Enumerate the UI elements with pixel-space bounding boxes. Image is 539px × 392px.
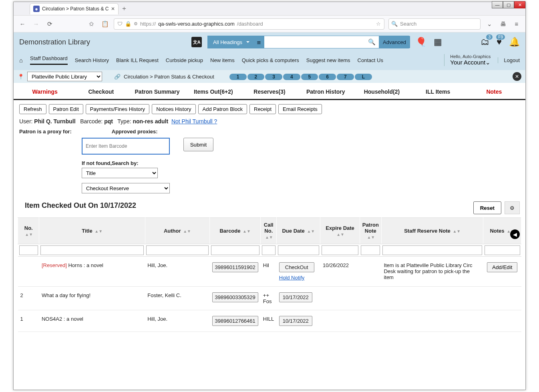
balloon-icon[interactable]: 🎈: [416, 37, 426, 47]
filter-author[interactable]: [146, 245, 208, 255]
email-receipts-button[interactable]: Email Receipts: [278, 104, 322, 114]
new-tab-button[interactable]: ＋: [121, 4, 127, 13]
item-barcode[interactable]: 39896012766461: [212, 316, 258, 326]
filter-patron-note[interactable]: [361, 245, 380, 255]
hold-notify-link[interactable]: Hold Notify: [279, 275, 318, 281]
reload-button[interactable]: ⟳: [45, 19, 54, 29]
nav-curbside[interactable]: Curbside pickup: [166, 57, 203, 63]
notices-history-button[interactable]: Notices History: [152, 104, 195, 114]
tab-close-icon[interactable]: ✕: [111, 6, 115, 12]
subtab-patron-summary[interactable]: Patron Summary: [130, 86, 184, 97]
subtab-patron-history[interactable]: Patron History: [298, 86, 353, 97]
forward-button[interactable]: →: [31, 19, 41, 29]
session-pill-7[interactable]: 7: [337, 74, 354, 80]
session-pill-3[interactable]: 3: [265, 74, 282, 80]
menu-icon[interactable]: ≡: [512, 19, 521, 29]
print-icon[interactable]: 🖶: [498, 19, 508, 29]
browser-tab[interactable]: ⎈ Circulation > Patron Status & C ✕: [30, 3, 119, 14]
item-barcode[interactable]: 39896011591902: [212, 262, 258, 272]
search-by-select[interactable]: Title: [82, 168, 158, 178]
nav-suggest[interactable]: Suggest new items: [306, 57, 350, 63]
subtab-warnings[interactable]: Warnings: [18, 86, 72, 97]
item-barcode[interactable]: 39896003305329: [212, 292, 258, 302]
nav-staff-dashboard[interactable]: Staff Dashboard: [30, 55, 68, 65]
checkout-button[interactable]: CheckOut: [279, 262, 314, 272]
bookmark-page-icon[interactable]: ☆: [376, 21, 381, 27]
col-title[interactable]: Title ▲▼: [39, 218, 145, 244]
session-pill-2[interactable]: 2: [247, 74, 265, 80]
filter-call-no-[interactable]: [262, 245, 276, 255]
clipboard-icon[interactable]: 📋: [100, 19, 110, 29]
back-button[interactable]: ←: [18, 19, 27, 29]
filter-notes[interactable]: [485, 245, 520, 255]
refresh-button[interactable]: Refresh: [19, 104, 46, 114]
favorites-icon[interactable]: ♥F9: [497, 37, 502, 47]
filter-expire-date[interactable]: [322, 245, 358, 255]
session-pill-6[interactable]: 6: [319, 74, 336, 80]
col-due-date[interactable]: Due Date ▲▼: [277, 218, 320, 244]
due-date[interactable]: 10/17/2022: [279, 292, 312, 302]
session-pill-1[interactable]: 1: [229, 74, 247, 80]
not-patron-link[interactable]: Not Phil Turnbull ?: [171, 118, 217, 125]
col-call-no-[interactable]: Call No. ▲▼: [261, 218, 277, 244]
pocket-icon[interactable]: ⌄: [485, 19, 494, 29]
add-edit-note-button[interactable]: Add/Edit: [487, 262, 517, 272]
col-expire-date[interactable]: Expire Date ▲▼: [320, 218, 360, 244]
item-barcode-input[interactable]: [82, 138, 170, 155]
collapse-columns-icon[interactable]: ◀: [510, 229, 520, 239]
col-no-[interactable]: No. ▲▼: [18, 218, 39, 244]
receipt-button[interactable]: Receipt: [249, 104, 276, 114]
filter-due-date[interactable]: [278, 245, 319, 255]
logout-link[interactable]: Logout: [498, 57, 520, 63]
browser-search[interactable]: 🔍 Search: [388, 18, 481, 30]
notifications-icon[interactable]: 🔔: [509, 37, 520, 47]
advanced-search-button[interactable]: Advanced: [379, 36, 410, 48]
scanner-icon[interactable]: ▦: [434, 37, 442, 47]
home-icon[interactable]: ⌂: [19, 57, 23, 64]
language-icon[interactable]: 文A: [191, 37, 202, 47]
add-patron-block-button[interactable]: Add Patron Block: [198, 104, 247, 114]
your-account-dropdown[interactable]: Your Account⌄: [450, 59, 491, 66]
nav-contact[interactable]: Contact Us: [358, 57, 383, 63]
subtab-reserves-[interactable]: Reserves(3): [242, 86, 297, 97]
col-barcode[interactable]: Barcode ▲▼: [210, 218, 261, 244]
subtab-checkout[interactable]: Checkout: [74, 86, 128, 97]
session-pill-5[interactable]: 5: [301, 74, 318, 80]
filter-no-[interactable]: [19, 245, 38, 255]
session-pill-L[interactable]: L: [355, 74, 372, 80]
payments-fines-history-button[interactable]: Payments/Fines History: [86, 104, 149, 114]
patron-edit-button[interactable]: Patron Edit: [49, 104, 83, 114]
cart-icon[interactable]: 🗂3: [481, 37, 489, 47]
subtab-items-out-[interactable]: Items Out(6+2): [186, 86, 241, 97]
col-patron-note[interactable]: Patron Note ▲▼: [360, 218, 381, 244]
col-author[interactable]: Author ▲▼: [145, 218, 209, 244]
nav-search-history[interactable]: Search History: [75, 57, 109, 63]
subtab-notes[interactable]: Notes: [467, 86, 521, 97]
nav-blank-ill[interactable]: Blank ILL Request: [116, 57, 159, 63]
filter-title[interactable]: [40, 245, 144, 255]
filter-staff-reserve-note[interactable]: [382, 245, 482, 255]
checkout-reserve-select[interactable]: Checkout Reserve: [82, 183, 170, 193]
filter-barcode[interactable]: [211, 245, 259, 255]
search-button[interactable]: 🔍: [364, 36, 379, 48]
bookmark-star-icon[interactable]: ✩: [86, 19, 96, 29]
window-close[interactable]: ✕: [514, 1, 525, 8]
window-minimize[interactable]: —: [492, 1, 503, 8]
nav-new-items[interactable]: New items: [210, 57, 235, 63]
reset-button[interactable]: Reset: [473, 201, 501, 214]
session-pill-4[interactable]: 4: [283, 74, 300, 80]
window-maximize[interactable]: ▢: [503, 1, 514, 8]
url-bar[interactable]: 🛡 🔒 ⚙ https://qa-swls-verso.auto-graphic…: [114, 18, 384, 30]
submit-button[interactable]: Submit: [183, 138, 213, 151]
subtab-ill-items[interactable]: ILL Items: [411, 86, 465, 97]
nav-quick-picks[interactable]: Quick picks & computers: [242, 57, 299, 63]
catalog-search-input[interactable]: [264, 36, 364, 48]
due-date[interactable]: 10/17/2022: [279, 316, 312, 326]
library-select[interactable]: Platteville Public Library: [27, 72, 102, 81]
col-staff-reserve-note[interactable]: Staff Reserve Note ▲▼: [381, 218, 483, 244]
table-settings-icon[interactable]: ⚙: [505, 201, 520, 214]
subtab-household-[interactable]: Household(2): [354, 86, 409, 97]
database-icon[interactable]: ≣: [253, 39, 264, 45]
close-panel-icon[interactable]: ✕: [513, 72, 521, 81]
headings-dropdown[interactable]: All Headings: [207, 36, 253, 48]
